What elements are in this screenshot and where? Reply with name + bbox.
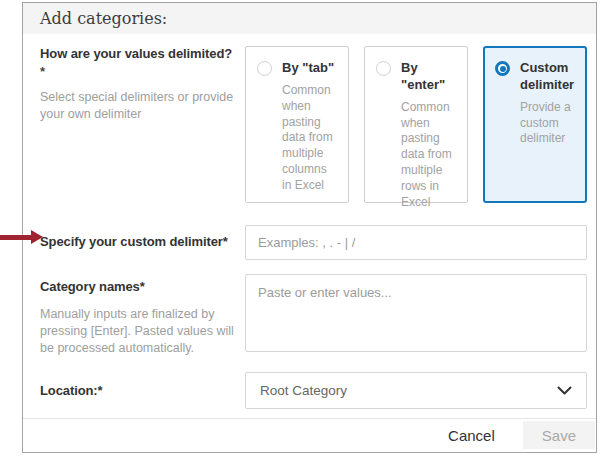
option-label: By "enter" [401,60,458,94]
annotation-arrow-head-icon [31,230,43,244]
location-select-value: Root Category [260,383,347,398]
category-names-label: Category names* [40,279,239,296]
option-description: Provide a custom delimiter [520,100,577,147]
location-row: Location:* Root Category [40,372,587,409]
screenshot-stage: Add categories: How are your values deli… [0,0,608,465]
required-mark: * [40,64,239,79]
radio-selected-icon[interactable] [495,61,510,76]
delimiter-question-label-col: How are your values delimited? * Select … [40,46,245,203]
radio-unselected-icon[interactable] [376,61,391,76]
option-card-by-tab[interactable]: By "tab" Common when pasting data from m… [245,46,349,203]
location-label: Location:* [40,383,239,400]
category-names-description: Manually inputs are finalized by pressin… [40,306,239,357]
option-label: By "tab" [282,60,339,77]
annotation-arrow-shaft [0,235,32,240]
custom-delimiter-row: Specify your custom delimiter* [40,225,587,260]
delimiter-question-label: How are your values delimited? [40,46,239,63]
chevron-down-icon [557,386,572,395]
category-names-textarea[interactable] [245,274,587,352]
dialog-body: How are your values delimited? * Select … [23,34,596,409]
option-description: Common when pasting data from multiple c… [282,83,339,194]
option-description: Common when pasting data from multiple r… [401,100,458,211]
delimiter-options: By "tab" Common when pasting data from m… [245,46,587,203]
dialog-title: Add categories: [40,9,167,28]
option-label: Custom delimiter [520,60,577,94]
custom-delimiter-label-col: Specify your custom delimiter* [40,225,245,260]
option-card-custom-delimiter[interactable]: Custom delimiter Provide a custom delimi… [483,46,587,203]
add-categories-dialog: Add categories: How are your values deli… [22,2,597,453]
save-button[interactable]: Save [523,421,595,449]
delimiter-question-description: Select special delimiters or provide you… [40,89,239,123]
dialog-footer: Cancel Save [23,418,596,452]
category-names-row: Category names* Manually inputs are fina… [40,274,587,357]
radio-unselected-icon[interactable] [257,61,272,76]
cancel-button[interactable]: Cancel [438,423,505,448]
option-card-by-enter[interactable]: By "enter" Common when pasting data from… [364,46,468,203]
category-names-label-col: Category names* Manually inputs are fina… [40,274,245,357]
dialog-header: Add categories: [23,3,596,34]
custom-delimiter-label: Specify your custom delimiter* [40,234,239,251]
location-select[interactable]: Root Category [245,372,587,409]
custom-delimiter-input[interactable] [245,225,587,260]
annotation-arrow [0,230,43,244]
location-label-col: Location:* [40,372,245,409]
delimiter-question-row: How are your values delimited? * Select … [40,46,587,203]
